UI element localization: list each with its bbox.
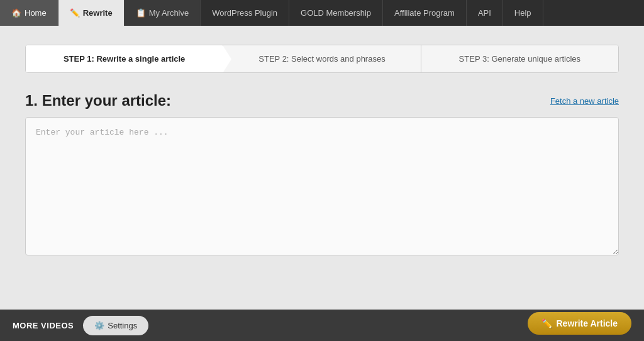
nav-help[interactable]: Help bbox=[503, 0, 543, 26]
nav-archive[interactable]: 📋 My Archive bbox=[125, 0, 201, 26]
nav-home[interactable]: 🏠 Home bbox=[0, 0, 58, 26]
nav-wordpress[interactable]: WordPress Plugin bbox=[201, 0, 289, 26]
pencil-icon: ✏️ bbox=[541, 318, 552, 328]
nav-gold[interactable]: GOLD Membership bbox=[289, 0, 383, 26]
steps-bar: STEP 1: Rewrite a single article STEP 2:… bbox=[25, 45, 619, 73]
section-header: 1. Enter your article: Fetch a new artic… bbox=[25, 92, 619, 109]
home-icon: 🏠 bbox=[11, 8, 21, 18]
step-1[interactable]: STEP 1: Rewrite a single article bbox=[26, 45, 223, 72]
archive-icon: 📋 bbox=[136, 8, 146, 18]
nav-affiliate[interactable]: Affiliate Program bbox=[383, 0, 467, 26]
step-3[interactable]: STEP 3: Generate unique articles bbox=[421, 45, 618, 72]
main-nav: 🏠 Home ✏️ Rewrite 📋 My Archive WordPress… bbox=[0, 0, 644, 26]
step-2[interactable]: STEP 2: Select words and phrases bbox=[223, 45, 421, 72]
article-textarea[interactable] bbox=[25, 117, 619, 255]
main-content: STEP 1: Rewrite a single article STEP 2:… bbox=[0, 26, 644, 271]
rewrite-article-button[interactable]: ✏️ Rewrite Article bbox=[528, 312, 631, 335]
nav-rewrite[interactable]: ✏️ Rewrite bbox=[58, 0, 125, 26]
rewrite-icon: ✏️ bbox=[70, 8, 80, 18]
fetch-link[interactable]: Fetch a new article bbox=[550, 96, 619, 106]
section-title: 1. Enter your article: bbox=[25, 92, 171, 109]
gear-icon: ⚙️ bbox=[94, 321, 104, 330]
settings-button[interactable]: ⚙️ Settings bbox=[83, 316, 148, 335]
more-videos-label: MORE VIDEOS bbox=[13, 321, 74, 330]
nav-api[interactable]: API bbox=[467, 0, 503, 26]
bottom-bar: MORE VIDEOS ⚙️ Settings ✏️ Rewrite Artic… bbox=[0, 310, 644, 341]
bottom-left: MORE VIDEOS ⚙️ Settings bbox=[13, 316, 148, 335]
